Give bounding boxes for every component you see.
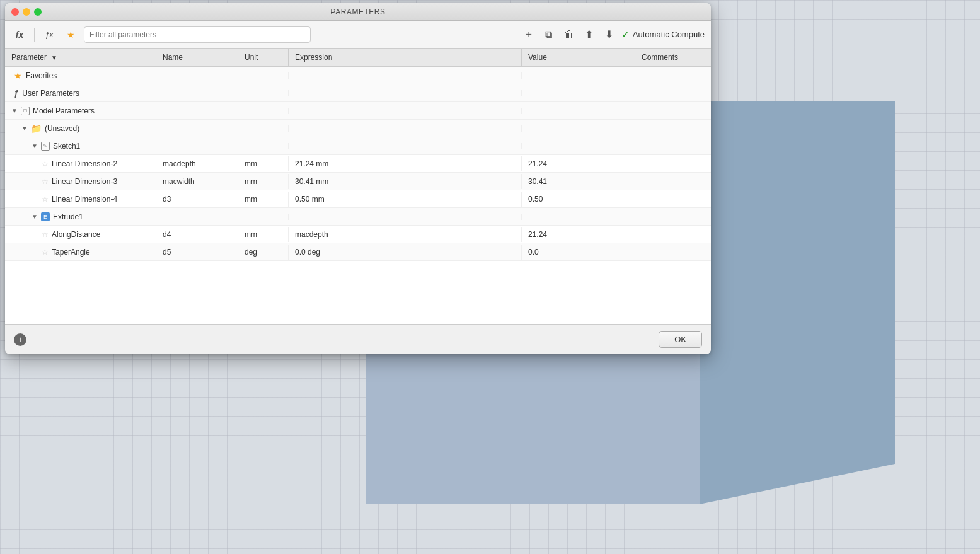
table-row[interactable]: ☆ TaperAngle d5 deg 0.0 deg 0.0 xyxy=(5,243,711,261)
favorites-label: Favorites xyxy=(26,71,57,80)
maximize-button[interactable] xyxy=(34,8,42,16)
toolbar: fx ƒx ★ ＋ ⧉ 🗑 ⬆ ⬇ ✓ Automatic Compute xyxy=(5,21,711,49)
row5-name-value[interactable]: d5 xyxy=(156,245,238,260)
table-header: Parameter ▼ Name Unit Expression Value C… xyxy=(5,49,711,67)
table-row[interactable]: ☆ Linear Dimension-3 macwidth mm 30.41 m… xyxy=(5,173,711,190)
row1-name-value[interactable]: macdepth xyxy=(156,156,238,171)
header-value: Value xyxy=(522,49,635,66)
row3-star-icon[interactable]: ☆ xyxy=(42,195,49,204)
sketch1-icon: ✎ xyxy=(41,142,50,151)
row5-unit: deg xyxy=(238,245,289,260)
row3-name-value[interactable]: d3 xyxy=(156,192,238,207)
title-bar: PARAMETERS xyxy=(5,3,711,21)
minimize-button[interactable] xyxy=(23,8,30,16)
extrude1-cell: ▼ E Extrude1 xyxy=(5,209,156,224)
unsaved-folder-icon: 📁 xyxy=(31,124,42,134)
header-unit: Unit xyxy=(238,49,289,66)
close-button[interactable] xyxy=(11,8,19,16)
row3-expression[interactable]: 0.50 mm xyxy=(289,192,522,207)
model-params-label: Model Parameters xyxy=(33,107,95,115)
sketch1-label: Sketch1 xyxy=(53,142,80,151)
sketch1-cell: ▼ ✎ Sketch1 xyxy=(5,139,156,154)
row1-value: 21.24 xyxy=(522,156,635,171)
param-name-cell: ☆ Linear Dimension-3 xyxy=(5,174,156,189)
bottom-bar: i OK xyxy=(5,324,711,354)
delete-button[interactable]: 🗑 xyxy=(561,26,577,43)
add-button[interactable]: ＋ xyxy=(521,26,537,43)
row1-expression[interactable]: 21.24 mm xyxy=(289,156,522,171)
row3-comments[interactable] xyxy=(635,196,711,202)
table-row[interactable]: ☆ Linear Dimension-4 d3 mm 0.50 mm 0.50 xyxy=(5,190,711,208)
ok-button[interactable]: OK xyxy=(659,331,702,348)
auto-compute-toggle[interactable]: ✓ Automatic Compute xyxy=(621,28,705,40)
import-button[interactable]: ⬆ xyxy=(581,26,597,43)
extrude1-chevron-icon[interactable]: ▼ xyxy=(32,213,38,220)
info-button[interactable]: i xyxy=(14,333,26,346)
row5-comments[interactable] xyxy=(635,249,711,255)
copy-button[interactable]: ⧉ xyxy=(541,26,557,43)
extrude1-icon: E xyxy=(41,212,50,221)
model-params-cell: ▼ □ Model Parameters xyxy=(5,103,156,118)
row2-value: 30.41 xyxy=(522,174,635,189)
row1-name-label: Linear Dimension-2 xyxy=(52,159,117,168)
row1-star-icon[interactable]: ☆ xyxy=(42,159,49,168)
row5-expression[interactable]: 0.0 deg xyxy=(289,245,522,260)
row5-name-label: TaperAngle xyxy=(52,248,90,257)
formula-button[interactable]: ƒx xyxy=(41,26,57,43)
search-input[interactable] xyxy=(84,26,311,43)
toolbar-divider-1 xyxy=(34,28,35,42)
unsaved-chevron-icon[interactable]: ▼ xyxy=(21,125,28,132)
star-toolbar-button[interactable]: ★ xyxy=(62,26,79,43)
user-params-row[interactable]: ƒ User Parameters xyxy=(5,84,711,102)
parameters-dialog: PARAMETERS fx ƒx ★ ＋ ⧉ 🗑 ⬆ ⬇ ✓ Automatic… xyxy=(5,3,711,354)
auto-compute-label: Automatic Compute xyxy=(633,30,705,39)
row4-comments[interactable] xyxy=(635,231,711,238)
row4-expression[interactable]: macdepth xyxy=(289,227,522,242)
model-params-icon: □ xyxy=(21,107,30,115)
param-name-cell: ☆ AlongDistance xyxy=(5,227,156,242)
param-name-cell: ☆ Linear Dimension-4 xyxy=(5,192,156,207)
user-params-cell: ƒ User Parameters xyxy=(5,85,156,101)
user-params-fx-icon: ƒ xyxy=(14,88,18,98)
unsaved-row[interactable]: ▼ 📁 (Unsaved) xyxy=(5,120,711,137)
row4-name-label: AlongDistance xyxy=(52,230,100,239)
unsaved-label: (Unsaved) xyxy=(45,124,79,133)
dialog-title: PARAMETERS xyxy=(331,8,386,16)
user-params-label: User Parameters xyxy=(22,89,79,98)
extrude1-label: Extrude1 xyxy=(53,212,83,221)
export-button[interactable]: ⬇ xyxy=(601,26,618,43)
row4-star-icon[interactable]: ☆ xyxy=(42,230,49,239)
param-name-cell: ☆ Linear Dimension-2 xyxy=(5,156,156,171)
unsaved-cell: ▼ 📁 (Unsaved) xyxy=(5,120,156,137)
row5-value: 0.0 xyxy=(522,245,635,260)
table-row[interactable]: ☆ Linear Dimension-2 macdepth mm 21.24 m… xyxy=(5,155,711,173)
header-parameter: Parameter ▼ xyxy=(5,49,156,66)
check-icon: ✓ xyxy=(621,28,630,40)
row3-value: 0.50 xyxy=(522,192,635,207)
row1-comments[interactable] xyxy=(635,161,711,167)
row2-name-value[interactable]: macwidth xyxy=(156,174,238,189)
row4-name-value[interactable]: d4 xyxy=(156,227,238,242)
table-row[interactable]: ☆ AlongDistance d4 mm macdepth 21.24 xyxy=(5,226,711,243)
toolbar-right: ＋ ⧉ 🗑 ⬆ ⬇ ✓ Automatic Compute xyxy=(521,26,705,43)
row4-value: 21.24 xyxy=(522,227,635,242)
extrude1-row[interactable]: ▼ E Extrude1 xyxy=(5,208,711,226)
parameters-table: Parameter ▼ Name Unit Expression Value C… xyxy=(5,49,711,324)
row5-star-icon[interactable]: ☆ xyxy=(42,248,49,257)
row2-comments[interactable] xyxy=(635,178,711,185)
model-params-chevron-icon[interactable]: ▼ xyxy=(11,107,18,114)
row2-star-icon[interactable]: ☆ xyxy=(42,177,49,186)
model-params-row[interactable]: ▼ □ Model Parameters xyxy=(5,102,711,120)
row3-unit: mm xyxy=(238,192,289,207)
sketch1-chevron-icon[interactable]: ▼ xyxy=(32,142,38,149)
box-right-face xyxy=(700,101,895,504)
sketch1-row[interactable]: ▼ ✎ Sketch1 xyxy=(5,137,711,155)
window-controls xyxy=(11,8,42,16)
row2-expression[interactable]: 30.41 mm xyxy=(289,174,522,189)
row3-name-label: Linear Dimension-4 xyxy=(52,195,117,204)
row4-unit: mm xyxy=(238,227,289,242)
favorites-star-icon: ★ xyxy=(14,71,22,81)
fx-button[interactable]: fx xyxy=(11,26,28,43)
row2-unit: mm xyxy=(238,174,289,189)
favorites-row[interactable]: ★ Favorites xyxy=(5,67,711,84)
